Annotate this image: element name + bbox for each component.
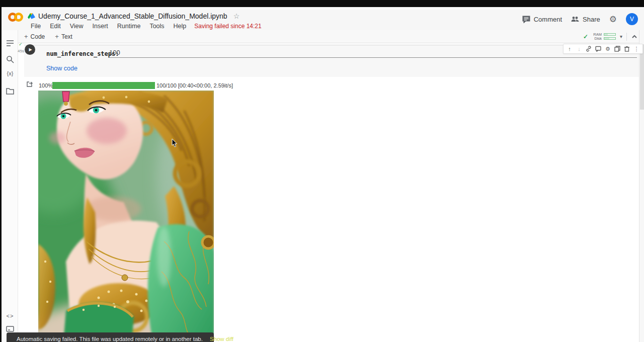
notebook-toolbar: + Code + Text ✓ RAM Disk ▾: [18, 30, 644, 43]
plus-icon: +: [55, 33, 59, 40]
open-editor-settings-button[interactable]: ⚙: [604, 45, 612, 53]
add-text-label: Text: [61, 33, 72, 40]
menu-help[interactable]: Help: [170, 21, 191, 31]
run-cell-button[interactable]: ▶: [25, 44, 35, 55]
collapse-header-icon[interactable]: [631, 33, 638, 40]
progress-bar: [52, 82, 155, 89]
trash-icon: [624, 46, 630, 52]
menu-runtime[interactable]: Runtime: [113, 21, 145, 31]
show-code-link[interactable]: Show code: [46, 65, 77, 72]
vertical-scrollbar[interactable]: [639, 30, 644, 342]
add-code-button[interactable]: + Code: [20, 32, 49, 41]
play-icon: ▶: [29, 47, 32, 52]
add-comment-button[interactable]: [594, 45, 602, 53]
progress-percent: 100%: [39, 82, 53, 89]
toolbar-divider: [626, 33, 627, 41]
cell-more-menu-button[interactable]: ⋮: [632, 45, 640, 53]
link-icon: [586, 46, 592, 52]
progress-bar-fill: [52, 82, 155, 89]
code-snippets-icon[interactable]: <>: [4, 313, 16, 319]
mirror-cell-button[interactable]: [613, 45, 621, 53]
progress-status-text: 100/100 [00:40<00:00, 2.59it/s]: [156, 82, 233, 89]
drive-icon: [28, 13, 35, 20]
autosave-failed-toast: Automatic saving failed. This file was u…: [7, 332, 214, 342]
form-param-input[interactable]: [108, 48, 637, 58]
variables-icon[interactable]: {x}: [4, 70, 16, 76]
star-icon[interactable]: ☆: [233, 12, 240, 20]
menu-insert[interactable]: Insert: [89, 21, 112, 31]
link-cell-button[interactable]: [585, 45, 593, 53]
show-diff-button[interactable]: Show diff: [210, 336, 233, 342]
ram-meter: [604, 33, 616, 36]
search-icon[interactable]: [6, 55, 15, 64]
avatar[interactable]: V: [626, 13, 638, 25]
header-actions: Comment Share ⚙ V: [522, 13, 638, 25]
table-of-contents-icon[interactable]: [6, 39, 15, 48]
toast-message: Automatic saving failed. This file was u…: [17, 336, 203, 342]
left-nav-rail: {x} <>: [2, 30, 18, 342]
generated-image-output: [38, 91, 214, 342]
cell-output-icon[interactable]: [26, 81, 33, 88]
share-label: Share: [583, 16, 600, 23]
menu-bar: File Edit View Insert Runtime Tools Help…: [27, 21, 265, 31]
saving-status-text[interactable]: Saving failed since 14:21: [191, 21, 264, 31]
move-cell-up-button[interactable]: ↑: [566, 45, 574, 53]
files-icon[interactable]: [6, 87, 15, 96]
cell-toolbar: ↑ ↓ ⚙ ⋮: [563, 44, 643, 54]
menu-file[interactable]: File: [27, 21, 45, 31]
comment-icon: [595, 46, 601, 52]
add-code-label: Code: [31, 33, 45, 40]
menu-edit[interactable]: Edit: [46, 21, 65, 31]
settings-gear-icon[interactable]: ⚙: [609, 15, 617, 24]
menu-view[interactable]: View: [66, 21, 88, 31]
stable-diffusion-portrait: [38, 91, 214, 342]
colab-logo-icon[interactable]: [8, 12, 24, 23]
disk-meter: [604, 37, 616, 40]
resources-caret-icon[interactable]: ▾: [620, 34, 622, 39]
comment-button[interactable]: Comment: [522, 15, 562, 23]
resource-meters[interactable]: RAM Disk: [592, 33, 616, 41]
disk-label: Disk: [592, 36, 602, 41]
delete-cell-button[interactable]: [623, 45, 631, 53]
connected-check-icon: ✓: [583, 33, 588, 40]
cell-success-check-icon: ✓: [19, 42, 23, 47]
share-button[interactable]: Share: [571, 15, 600, 23]
menu-tools[interactable]: Tools: [145, 21, 168, 31]
move-cell-down-button[interactable]: ↓: [575, 45, 583, 53]
mouse-cursor: [172, 139, 179, 148]
comment-label: Comment: [534, 16, 562, 23]
notebook-title[interactable]: Udemy_Course_1_Advanced_Stable_Diffusion…: [38, 12, 227, 20]
add-text-button[interactable]: + Text: [51, 32, 76, 41]
plus-icon: +: [24, 33, 28, 40]
scrollbar-thumb[interactable]: [640, 44, 644, 110]
colab-header: Udemy_Course_1_Advanced_Stable_Diffusion…: [2, 7, 644, 30]
share-people-icon: [571, 15, 579, 23]
copy-icon: [614, 46, 620, 52]
cell-execution-time: 45s: [18, 49, 24, 53]
comment-icon: [522, 15, 530, 23]
window-top-strip: [0, 0, 644, 7]
